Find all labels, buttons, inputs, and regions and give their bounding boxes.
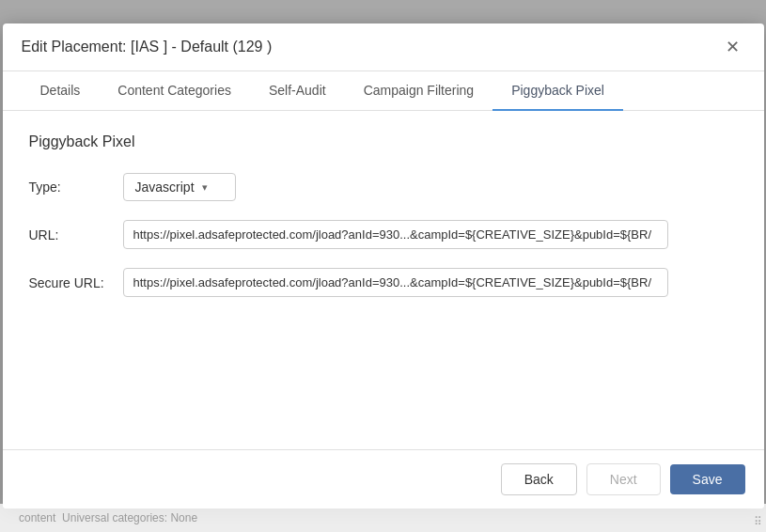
save-button[interactable]: Save (670, 464, 745, 494)
tab-bar: Details Content Categories Self-Audit Ca… (3, 71, 764, 111)
close-button[interactable]: ✕ (720, 37, 745, 57)
back-button[interactable]: Back (501, 463, 577, 495)
modal-title: Edit Placement: [IAS ] - Default (129 ) (22, 39, 273, 55)
section-title: Piggyback Pixel (29, 133, 738, 150)
tab-campaign-filtering[interactable]: Campaign Filtering (345, 71, 493, 111)
edit-placement-modal: Edit Placement: [IAS ] - Default (129 ) … (3, 23, 764, 509)
url-input[interactable] (123, 220, 668, 249)
next-button: Next (586, 463, 661, 495)
modal-header: Edit Placement: [IAS ] - Default (129 ) … (3, 23, 764, 71)
secure-url-row: Secure URL: (29, 268, 738, 297)
url-row: URL: (29, 220, 738, 249)
resize-handle-icon: ⠿ (754, 515, 762, 528)
tab-content-categories[interactable]: Content Categories (99, 71, 250, 111)
tab-details[interactable]: Details (22, 71, 100, 111)
background-subtext: Universal categories: None (62, 511, 197, 524)
chevron-down-icon: ▾ (202, 181, 208, 194)
secure-url-input[interactable] (123, 268, 668, 297)
tab-self-audit[interactable]: Self-Audit (250, 71, 345, 111)
secure-url-label: Secure URL: (29, 275, 123, 290)
type-value: Javascript (135, 180, 195, 195)
type-select[interactable]: Javascript ▾ (123, 173, 236, 201)
tab-piggyback-pixel[interactable]: Piggyback Pixel (492, 71, 623, 111)
modal-body: Piggyback Pixel Type: Javascript ▾ URL: … (3, 111, 764, 449)
url-label: URL: (29, 227, 123, 243)
type-row: Type: Javascript ▾ (29, 173, 738, 201)
modal-footer: Back Next Save (3, 449, 764, 509)
background-text: content (19, 511, 55, 524)
type-label: Type: (29, 180, 123, 195)
